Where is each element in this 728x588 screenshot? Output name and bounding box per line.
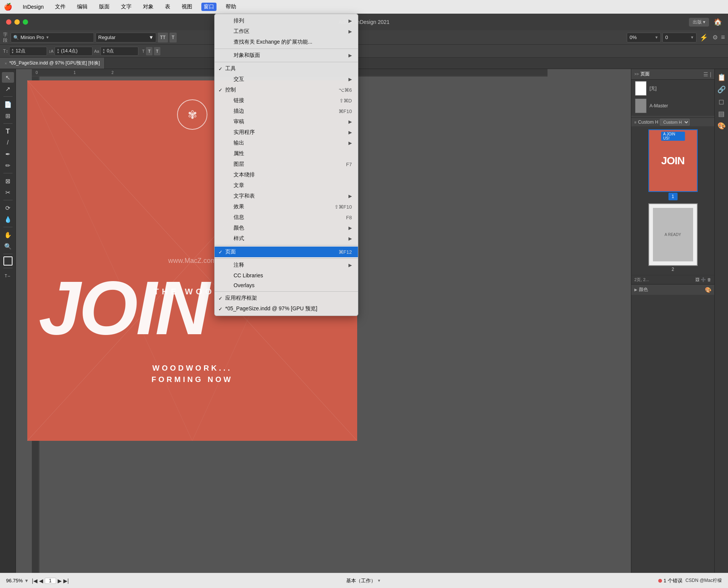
layers-icon[interactable]: ▤ <box>716 108 727 119</box>
pen-tool[interactable]: ✒ <box>2 149 14 159</box>
fullscreen-window-button[interactable] <box>23 19 28 25</box>
page-number-input[interactable] <box>45 578 56 584</box>
tt-button1[interactable]: TT <box>158 33 168 42</box>
menu-item-review[interactable]: 审稿 ▶ <box>215 116 358 127</box>
font-size-field[interactable]: ▲▼ 12点 <box>9 47 47 56</box>
baseline-updown[interactable]: ▲▼ <box>102 48 105 54</box>
menu-item-notes[interactable]: 注释 ▶ <box>215 260 358 270</box>
first-page-btn[interactable]: |◀ <box>32 578 38 584</box>
document-tab[interactable]: × *05_PageSize.indd @ 97% [GPU预览] [转换] <box>0 58 105 69</box>
properties-icon[interactable]: 📋 <box>716 72 727 83</box>
font-style-dropdown[interactable]: Regular ▼ <box>96 33 156 42</box>
menu-item-overlays[interactable]: Overlays <box>215 280 358 290</box>
font-name-dropdown[interactable]: 🔍 Minion Pro ▼ <box>11 33 94 42</box>
percentage-field1[interactable]: 0% ▼ <box>627 33 661 42</box>
leading-field[interactable]: ▲▼ (14.4点) <box>55 47 93 56</box>
eyedropper-tool[interactable]: 💧 <box>2 214 14 225</box>
last-page-btn[interactable]: ▶| <box>63 578 69 584</box>
free-transform-tool[interactable]: ⟳ <box>2 203 14 213</box>
hand-tool[interactable]: ✋ <box>2 230 14 240</box>
menu-item-properties[interactable]: 属性 <box>215 148 358 159</box>
menu-edit[interactable]: 编辑 <box>75 3 90 11</box>
menu-window[interactable]: 窗口 <box>201 3 217 11</box>
stroke-icon[interactable]: ◻ <box>716 96 727 107</box>
next-page-btn[interactable]: ▶ <box>58 578 62 584</box>
gap-tool[interactable]: ⊞ <box>2 110 14 121</box>
menu-item-cc-libraries[interactable]: CC Libraries <box>215 270 358 280</box>
menu-item-interactive[interactable]: 交互 ▶ <box>215 74 358 85</box>
menu-file[interactable]: 文件 <box>53 3 68 11</box>
menu-item-tools[interactable]: ✓ 工具 <box>215 63 358 74</box>
direct-selection-tool[interactable]: ↗ <box>2 83 14 94</box>
menu-help[interactable]: 帮助 <box>223 3 238 11</box>
prev-page-btn[interactable]: ◀ <box>39 578 43 584</box>
menu-item-workspace[interactable]: 工作区 ▶ <box>215 26 358 37</box>
t-button1[interactable]: T <box>169 33 177 42</box>
menu-item-utilities[interactable]: 实用程序 ▶ <box>215 127 358 138</box>
colors-palette-icon[interactable]: 🎨 <box>705 287 711 293</box>
menu-item-story[interactable]: 文章 <box>215 180 358 191</box>
menu-indesign[interactable]: InDesign <box>20 3 46 11</box>
menu-item-layers[interactable]: 图层 F7 <box>215 159 358 170</box>
menu-object[interactable]: 对象 <box>141 3 156 11</box>
close-window-button[interactable] <box>6 19 11 25</box>
t-style-btn2[interactable]: T <box>154 47 160 55</box>
menu-icon[interactable]: ≡ <box>721 33 725 41</box>
scissors-tool[interactable]: ✂ <box>2 187 14 198</box>
menu-layout[interactable]: 版面 <box>97 3 112 11</box>
settings-icon[interactable]: ⚙ <box>712 34 718 41</box>
a-master-row[interactable]: A-Master <box>631 97 714 115</box>
menu-view[interactable]: 视图 <box>179 3 195 11</box>
line-tool[interactable]: / <box>2 137 14 148</box>
pages-panel-menu-btn[interactable]: ☰ <box>703 71 708 77</box>
fill-stroke-indicator[interactable] <box>3 256 13 266</box>
page-2-thumbnail-item[interactable]: A READY 2 <box>648 203 698 272</box>
page-1-thumb-image[interactable]: A JOIN US! JOIN <box>648 129 698 192</box>
workspace-selector[interactable]: 基本（工作） ▼ <box>346 577 381 584</box>
links-icon[interactable]: 🔗 <box>716 84 727 95</box>
custom-h-dropdown[interactable]: Custom H <box>660 119 690 126</box>
menu-item-output[interactable]: 输出 ▶ <box>215 138 358 148</box>
leading-updown[interactable]: ▲▼ <box>56 48 60 54</box>
swatches-icon[interactable]: 🎨 <box>716 121 727 131</box>
apple-menu[interactable]: 🍎 <box>4 3 12 11</box>
menu-item-control[interactable]: ✓ 控制 ⌥⌘6 <box>215 85 358 95</box>
menu-item-pages[interactable]: ✓ 页面 ⌘F12 <box>215 247 358 257</box>
menu-item-object-layout[interactable]: 对象和版面 ▶ <box>215 50 358 61</box>
publish-button[interactable]: 出版 ▾ <box>689 18 709 27</box>
zoom-tool[interactable]: 🔍 <box>2 241 14 252</box>
pencil-tool[interactable]: ✏ <box>2 160 14 171</box>
percentage-field2[interactable]: 0 ▼ <box>662 33 697 42</box>
page-2-thumb-image[interactable]: A READY <box>648 203 698 266</box>
menu-item-arrange[interactable]: 排列 ▶ <box>215 16 358 26</box>
minimize-window-button[interactable] <box>14 19 20 25</box>
menu-item-info[interactable]: 信息 F8 <box>215 212 358 223</box>
none-master-row[interactable]: [无] <box>631 80 714 97</box>
page-tool[interactable]: 📄 <box>2 99 14 110</box>
menu-item-links[interactable]: 链接 ⇧⌘D <box>215 95 358 106</box>
selection-tool[interactable]: ↖ <box>2 72 14 83</box>
menu-item-current-doc[interactable]: ✓ *05_PageSize.indd @ 97% [GPU 预览] <box>215 303 358 314</box>
menu-item-color[interactable]: 颜色 ▶ <box>215 223 358 233</box>
home-icon[interactable]: 🏠 <box>714 18 722 26</box>
type-tool[interactable]: T <box>2 126 14 137</box>
menu-item-styles[interactable]: 样式 ▶ <box>215 233 358 244</box>
menu-item-app-frame[interactable]: ✓ 应用程序框架 <box>215 293 358 303</box>
menu-text[interactable]: 文字 <box>119 3 134 11</box>
error-indicator[interactable]: 1 个错误 <box>658 577 682 584</box>
menu-item-effects[interactable]: 效果 ⇧⌘F10 <box>215 201 358 212</box>
zoom-dropdown-arrow[interactable]: ▼ <box>24 578 29 583</box>
pages-collapse-btn[interactable]: >> <box>634 72 639 76</box>
custom-h-expand-icon[interactable]: ≡ <box>634 120 637 124</box>
pages-panel-expand-btn[interactable]: | <box>710 71 711 77</box>
view-mode-button[interactable]: T↔ <box>2 270 14 281</box>
page-1-thumbnail-item[interactable]: A JOIN US! JOIN 1 <box>648 129 698 200</box>
baseline-field[interactable]: ▲▼ 0点 <box>100 47 138 56</box>
size-updown[interactable]: ▲▼ <box>11 48 14 54</box>
menu-item-stroke[interactable]: 描边 ⌘F10 <box>215 106 358 116</box>
menu-item-exchange[interactable]: 查找有关 Exchange 的扩展功能... <box>215 37 358 47</box>
colors-expand-btn[interactable]: ▶ <box>634 288 637 292</box>
menu-item-type-tables[interactable]: 文字和表 ▶ <box>215 191 358 201</box>
menu-item-text-wrap[interactable]: 文本绕排 <box>215 170 358 180</box>
rect-frame-tool[interactable]: ⊠ <box>2 176 14 186</box>
